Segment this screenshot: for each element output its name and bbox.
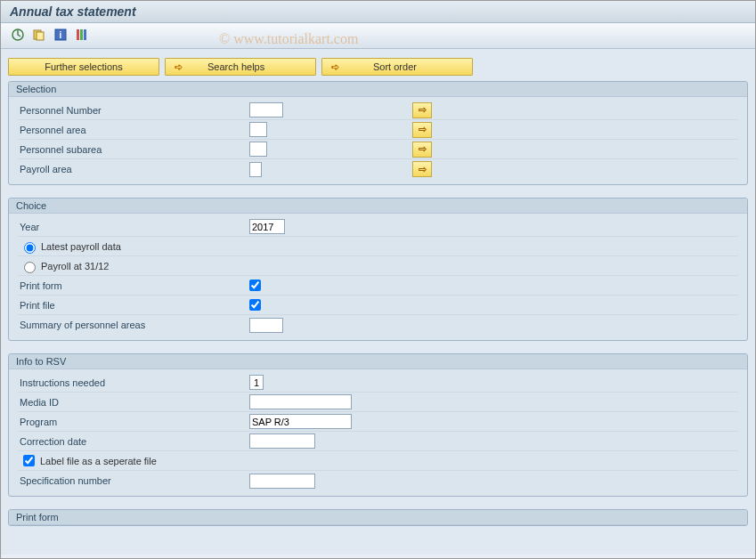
field-label: Specification number (18, 475, 249, 486)
field-label: Personnel Number (18, 105, 249, 116)
svg-rect-6 (80, 29, 83, 40)
row-instructions: Instructions needed (18, 373, 738, 393)
choice-group: Choice Year Latest payroll data Payroll … (8, 198, 748, 341)
group-title: Selection (9, 82, 747, 97)
page-title: Annual tax statement (10, 4, 136, 19)
row-label-file: Label file as a seperate file (18, 451, 738, 471)
row-media-id: Media ID (18, 393, 738, 412)
svg-text:i: i (60, 30, 62, 40)
row-personnel-area: Personnel area ⇨ (18, 120, 738, 140)
row-program: Program (18, 412, 738, 432)
field-label: Correction date (18, 436, 249, 447)
field-label: Personnel subarea (18, 144, 249, 155)
print-form-group: Print form (8, 509, 748, 526)
selection-group: Selection Personnel Number ⇨ Personnel a… (8, 81, 748, 185)
action-button-row: Further selections ➪ Search helps ➪ Sort… (8, 58, 748, 76)
variants-icon[interactable] (31, 27, 47, 43)
row-personnel-subarea: Personnel subarea ⇨ (18, 140, 738, 159)
media-id-input[interactable] (249, 394, 352, 409)
multiple-selection-icon[interactable]: ⇨ (412, 142, 432, 158)
row-correction-date: Correction date (18, 432, 738, 451)
spec-number-input[interactable] (249, 474, 315, 489)
search-helps-button[interactable]: ➪ Search helps (165, 58, 316, 76)
instructions-input[interactable] (249, 375, 264, 390)
multiple-selection-icon[interactable]: ⇨ (412, 122, 432, 138)
personnel-area-input[interactable] (249, 122, 267, 137)
more-icon[interactable] (74, 27, 90, 43)
field-label: Year (18, 222, 249, 232)
svg-rect-7 (84, 29, 86, 40)
checkbox-label: Label file as a seperate file (40, 456, 157, 466)
field-label: Summary of personnel areas (18, 320, 249, 330)
program-input[interactable] (249, 414, 352, 429)
radio-at-3112: Payroll at 31/12 (18, 256, 738, 276)
field-label: Print file (18, 300, 249, 311)
row-print-file: Print file (18, 296, 738, 315)
year-input[interactable] (249, 219, 285, 234)
print-file-checkbox[interactable] (249, 299, 261, 311)
button-label: Sort order (373, 61, 417, 72)
group-title: Info to RSV (9, 354, 747, 369)
radio-latest-payroll: Latest payroll data (18, 237, 738, 256)
title-bar: Annual tax statement (1, 1, 755, 23)
radio-label: Payroll at 31/12 (41, 261, 109, 271)
field-label: Media ID (18, 397, 249, 408)
info-rsv-group: Info to RSV Instructions needed Media ID… (8, 353, 748, 497)
row-personnel-number: Personnel Number ⇨ (18, 101, 738, 120)
multiple-selection-icon[interactable]: ⇨ (412, 161, 432, 177)
personnel-number-input[interactable] (249, 102, 283, 117)
app-window: Annual tax statement i © www.tutorialkar… (0, 0, 756, 559)
label-file-checkbox[interactable] (23, 455, 35, 466)
row-year: Year (18, 217, 738, 237)
further-selections-button[interactable]: Further selections (8, 58, 159, 76)
button-label: Search helps (207, 61, 264, 72)
arrow-right-icon: ➪ (331, 61, 339, 73)
radio-label: Latest payroll data (41, 241, 121, 252)
arrow-right-icon: ➪ (175, 61, 183, 73)
group-title: Choice (9, 198, 747, 214)
row-spec-number: Specification number (18, 471, 738, 490)
sort-order-button[interactable]: ➪ Sort order (321, 58, 473, 76)
svg-rect-5 (77, 29, 79, 40)
button-label: Further selections (45, 61, 122, 72)
group-title: Print form (9, 510, 747, 525)
multiple-selection-icon[interactable]: ⇨ (412, 102, 432, 118)
field-label: Instructions needed (18, 377, 249, 388)
payroll-area-input[interactable] (249, 162, 262, 177)
info-icon[interactable]: i (53, 27, 69, 43)
field-label: Personnel area (18, 125, 249, 135)
svg-rect-2 (37, 32, 44, 40)
latest-payroll-radio[interactable] (24, 242, 36, 254)
field-label: Program (18, 417, 249, 427)
personnel-subarea-input[interactable] (249, 142, 267, 157)
execute-icon[interactable] (10, 27, 26, 43)
content-area: Further selections ➪ Search helps ➪ Sort… (1, 49, 755, 555)
row-summary-areas: Summary of personnel areas (18, 315, 738, 335)
row-payroll-area: Payroll area ⇨ (18, 159, 738, 179)
field-label: Payroll area (18, 164, 249, 174)
row-print-form: Print form (18, 276, 738, 296)
field-label: Print form (18, 280, 249, 291)
payroll-3112-radio[interactable] (24, 262, 36, 273)
summary-areas-input[interactable] (249, 318, 283, 333)
correction-date-input[interactable] (249, 433, 315, 449)
print-form-checkbox[interactable] (249, 280, 261, 291)
toolbar: i (1, 23, 755, 49)
